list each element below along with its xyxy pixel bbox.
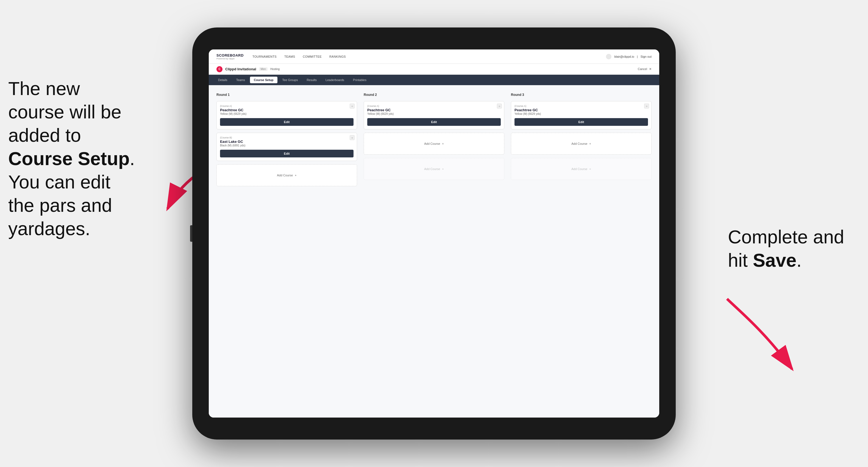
rounds-grid: Round 1 ○ (Course A) Peachtree GC Yellow…: [216, 93, 652, 186]
nav-teams[interactable]: TEAMS: [284, 55, 295, 58]
round-1-course-a-details: Yellow (M) (6629 yds): [220, 112, 353, 115]
clippd-logo: C: [216, 66, 222, 72]
round-2-add-course-2: Add Course +: [364, 158, 504, 180]
round-3-label: Round 3: [511, 93, 652, 97]
round-1-column: Round 1 ○ (Course A) Peachtree GC Yellow…: [216, 93, 357, 186]
round-1-add-course-1[interactable]: Add Course +: [216, 164, 357, 186]
tournament-name: Clippd Invitational: [225, 67, 256, 71]
top-nav-bar: SCOREBOARD Powered by clippd TOURNAMENTS…: [209, 50, 659, 64]
right-arrow: [711, 288, 810, 387]
tournament-left: C Clippd Invitational Men Hosting: [216, 66, 280, 72]
round-3-course-a-edit-button[interactable]: Edit: [515, 118, 648, 126]
round-3-add-plus-1: +: [589, 142, 591, 145]
round-1-course-b-delete[interactable]: ○: [350, 135, 354, 140]
round-2-course-a-edit-button[interactable]: Edit: [367, 118, 501, 126]
nav-tournaments[interactable]: TOURNAMENTS: [252, 55, 277, 58]
round-2-add-course-2-text: Add Course +: [424, 167, 444, 170]
tab-leaderboards[interactable]: Leaderboards: [322, 76, 348, 83]
round-2-course-a-name: Peachtree GC: [367, 108, 501, 112]
course-setup-bold: Course Setup: [8, 148, 130, 169]
round-3-column: Round 3 ○ (Course A) Peachtree GC Yellow…: [511, 93, 652, 186]
tablet-side-button: [190, 225, 192, 242]
nav-separator: |: [637, 55, 638, 58]
logo-subtitle: Powered by clippd: [216, 57, 244, 60]
round-2-course-a-badge: (Course A): [367, 105, 501, 107]
main-content: Round 1 ○ (Course A) Peachtree GC Yellow…: [209, 85, 659, 417]
tab-bar: Details Teams Course Setup Tee Groups Re…: [209, 75, 659, 85]
round-1-course-b-card: ○ (Course B) East Lake GC Black (M) (689…: [216, 133, 357, 161]
round-3-add-course-2: Add Course +: [511, 158, 652, 180]
round-3-course-a-delete[interactable]: ○: [644, 103, 649, 108]
round-1-course-a-badge: (Course A): [220, 105, 353, 107]
save-bold: Save: [753, 250, 797, 271]
nav-rankings[interactable]: RANKINGS: [329, 55, 346, 58]
user-email: blair@clippd.io: [614, 55, 634, 58]
round-1-add-course-1-text: Add Course +: [277, 174, 297, 177]
round-2-add-plus-1: +: [442, 142, 444, 145]
round-1-course-b-details: Black (M) (6891 yds): [220, 144, 353, 147]
round-1-course-a-edit-button[interactable]: Edit: [220, 118, 353, 126]
round-1-course-b-badge: (Course B): [220, 136, 353, 139]
tab-results[interactable]: Results: [303, 76, 320, 83]
round-1-course-a-name: Peachtree GC: [220, 108, 353, 112]
round-3-course-a-name: Peachtree GC: [515, 108, 648, 112]
round-2-course-a-delete[interactable]: ○: [497, 103, 502, 108]
tab-course-setup[interactable]: Course Setup: [250, 76, 277, 83]
nav-committee[interactable]: COMMITTEE: [303, 55, 322, 58]
top-nav-links: TOURNAMENTS TEAMS COMMITTEE RANKINGS: [252, 55, 606, 58]
scoreboard-logo: SCOREBOARD Powered by clippd: [216, 53, 244, 60]
round-1-label: Round 1: [216, 93, 357, 97]
round-1-course-b-name: East Lake GC: [220, 139, 353, 144]
round-2-add-course-1[interactable]: Add Course +: [364, 133, 504, 155]
round-2-add-course-1-text: Add Course +: [424, 142, 444, 145]
right-annotation: Complete and hit Save.: [728, 225, 860, 272]
round-3-course-a-details: Yellow (M) (6629 yds): [515, 112, 648, 115]
tab-tee-groups[interactable]: Tee Groups: [279, 76, 302, 83]
tournament-gender-tag: Men: [259, 67, 268, 71]
round-2-course-a-details: Yellow (M) (6629 yds): [367, 112, 501, 115]
top-nav-right: blair@clippd.io | Sign out: [606, 54, 652, 59]
hosting-badge: Hosting: [270, 68, 280, 71]
round-3-course-a-card: ○ (Course A) Peachtree GC Yellow (M) (66…: [511, 101, 652, 129]
sign-out-link[interactable]: Sign out: [641, 55, 652, 58]
round-1-add-plus-1: +: [295, 174, 297, 177]
tab-teams[interactable]: Teams: [232, 76, 249, 83]
tournament-bar: C Clippd Invitational Men Hosting Cancel…: [209, 64, 659, 75]
round-3-add-course-1-text: Add Course +: [571, 142, 591, 145]
round-3-add-plus-2: +: [589, 167, 591, 170]
round-2-column: Round 2 ○ (Course A) Peachtree GC Yellow…: [364, 93, 504, 186]
round-1-course-a-delete[interactable]: ○: [350, 103, 354, 108]
round-1-course-a-card: ○ (Course A) Peachtree GC Yellow (M) (66…: [216, 101, 357, 129]
round-2-label: Round 2: [364, 93, 504, 97]
round-1-course-b-edit-button[interactable]: Edit: [220, 150, 353, 157]
round-3-add-course-2-text: Add Course +: [571, 167, 591, 170]
cancel-button[interactable]: Cancel ✕: [637, 67, 652, 71]
round-3-add-course-1[interactable]: Add Course +: [511, 133, 652, 155]
tab-details[interactable]: Details: [214, 76, 231, 83]
round-3-course-a-badge: (Course A): [515, 105, 648, 107]
cancel-label: Cancel: [638, 67, 647, 71]
round-2-course-a-card: ○ (Course A) Peachtree GC Yellow (M) (66…: [364, 101, 504, 129]
logo-title: SCOREBOARD: [216, 53, 244, 57]
user-avatar: [606, 54, 612, 59]
tablet-screen: SCOREBOARD Powered by clippd TOURNAMENTS…: [209, 50, 659, 417]
tablet-device: SCOREBOARD Powered by clippd TOURNAMENTS…: [192, 28, 676, 439]
tab-printables[interactable]: Printables: [349, 76, 370, 83]
cancel-icon: ✕: [649, 67, 652, 71]
round-2-add-plus-2: +: [442, 167, 444, 170]
